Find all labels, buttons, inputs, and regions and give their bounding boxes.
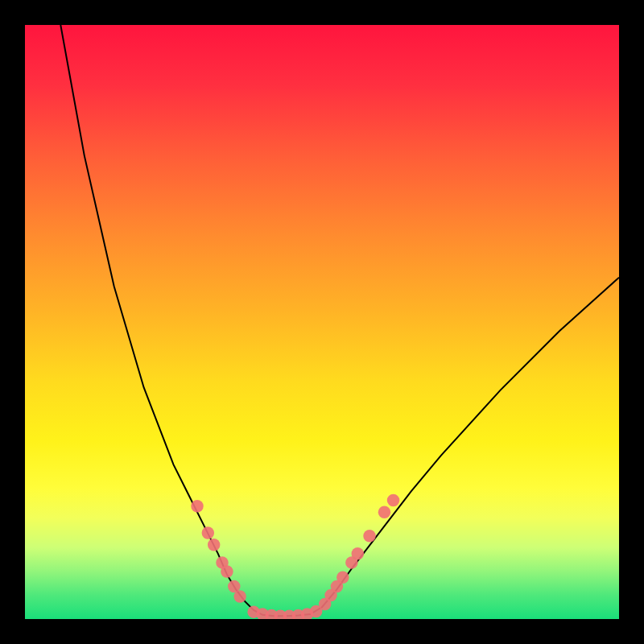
chart-svg [25, 25, 619, 619]
data-point [363, 530, 375, 542]
data-point [378, 506, 390, 518]
data-point [221, 565, 233, 577]
data-point [233, 590, 246, 602]
data-point [336, 572, 349, 584]
data-point [387, 494, 399, 506]
bottleneck-curve [60, 25, 619, 616]
data-point [191, 500, 203, 512]
data-point [352, 547, 364, 559]
chart-curve [60, 25, 619, 616]
data-point [208, 539, 220, 551]
chart-frame: TheBottleneck.com [0, 0, 644, 644]
data-point [202, 526, 214, 539]
watermark-text: TheBottleneck.com [487, 3, 634, 23]
chart-markers [191, 494, 399, 619]
